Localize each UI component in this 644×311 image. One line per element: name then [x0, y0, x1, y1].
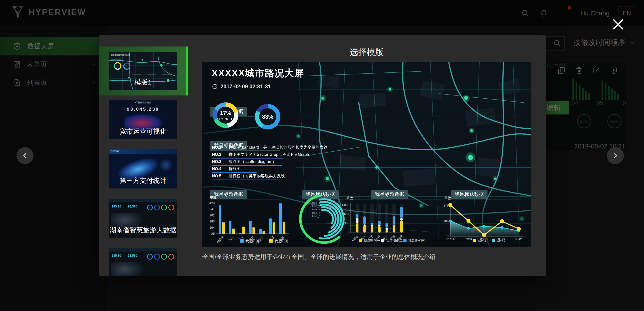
previous-page-button[interactable] — [16, 147, 34, 164]
thumb-header-bar — [109, 248, 177, 252]
thumb-donut — [161, 254, 167, 260]
chevron-right-icon — [612, 152, 619, 160]
template-thumbnail-1[interactable]: XXXXX城市路况大屏 模版1 — [109, 52, 177, 90]
close-icon[interactable] — [612, 18, 625, 31]
thumb-stat: 28,530 — [128, 204, 137, 208]
thumb-donut — [147, 254, 153, 260]
template-thumbnail-3[interactable]: DATAU 第三方支付统计 — [109, 149, 177, 188]
thumb-header-bar — [109, 149, 177, 154]
select-template-modal: 选择模版 XXXXX城市路况大屏 模 — [98, 35, 546, 276]
template-name: 宽带运营可视化 — [109, 127, 177, 136]
thumb-donut — [123, 62, 130, 70]
thumb-chart-glow — [159, 158, 173, 172]
thumb-stat: 285.30 — [112, 254, 121, 257]
thumb-donut — [147, 204, 153, 210]
section-header: 我是标题数据 — [451, 190, 488, 199]
template-name: 湖南省智慧旅游大数据 — [109, 226, 177, 235]
section-header: 我是标题数据 — [210, 190, 247, 199]
modal-title: 选择模版 — [202, 46, 531, 58]
clock-icon — [212, 84, 218, 90]
ranking-item: NO.3散点图（scatter diagram） — [212, 159, 276, 165]
thumb-donut — [114, 62, 122, 70]
template-preview-image: XXXXX城市路况大屏 2017-02-09 02:31:31 我是标题数据 我… — [202, 62, 531, 247]
ranking-item: NO.1柱状图(bar chart)，是一种以长方形的长度为变量的表达 — [212, 145, 328, 150]
thumb-worldmap — [111, 262, 145, 276]
thumb-logo: DATAU — [111, 150, 119, 153]
ranking-item: NO.2饼图英文学名为Sector Graph, 有名Pie Graph。 — [212, 152, 313, 158]
thumb-donut — [154, 254, 160, 260]
thumb-big-number: 93.045.239 — [109, 106, 177, 112]
preview-dashboard-title: XXXXX城市路况大屏 — [212, 67, 304, 79]
donut-chart-type1: 17% TYPE_1 — [213, 102, 238, 128]
template-thumbnail-5[interactable]: 285.30 28,530 — [109, 248, 177, 276]
template-description: 全国/全球业务态势适用于企业在全国、全球的进展情况，适用于企业的总体概况介绍 — [202, 253, 436, 261]
thumb-headline: XX品牌实时舆情 — [109, 101, 177, 104]
template-thumbnail-2[interactable]: XX品牌实时舆情 93.045.239 宽带运营可视化 — [109, 100, 177, 139]
section-header: 我是标题数据 — [371, 190, 408, 199]
donut-chart-percent: 83% — [255, 104, 280, 130]
thumb-header-bar — [109, 199, 177, 202]
thumb-donut — [168, 204, 174, 210]
thumbnail-title: XXXXX城市路况大屏 — [111, 54, 130, 56]
thumb-stat: 285.30 — [112, 204, 121, 208]
next-page-button[interactable] — [607, 147, 624, 164]
preview-datetime: 2017-02-09 02:31:31 — [212, 84, 271, 90]
chevron-left-icon — [21, 152, 29, 160]
thumb-stat: 28,530 — [128, 254, 137, 257]
section-header: 我是标题数据 — [302, 190, 338, 199]
ranking-item: NO.4折线图 — [212, 166, 240, 172]
ranking-item: NO.5排行榜（同类事物客观实力反映） — [212, 173, 289, 179]
selected-indicator-bar — [186, 46, 188, 96]
template-name: 模版1 — [109, 78, 177, 87]
thumb-donut — [154, 204, 160, 210]
thumb-donut — [168, 254, 174, 260]
thumb-donut — [161, 204, 167, 210]
template-thumbnail-4[interactable]: 285.30 28,530 湖南省智慧旅游大数据 — [109, 199, 177, 238]
template-name: 第三方支付统计 — [109, 176, 177, 185]
